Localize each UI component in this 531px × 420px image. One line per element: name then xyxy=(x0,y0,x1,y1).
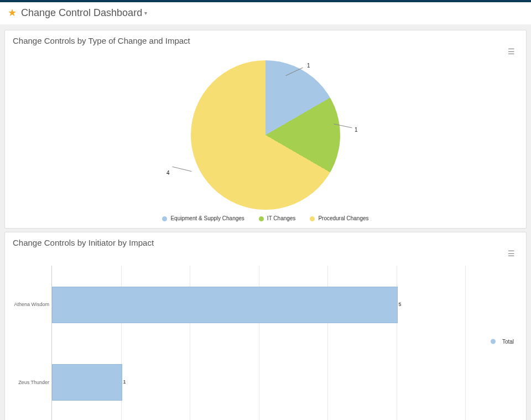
pie-leader-line xyxy=(334,123,352,128)
legend-dot-icon xyxy=(310,216,315,221)
pie-graphic[interactable]: 1 1 4 xyxy=(191,60,340,210)
dashboard-dropdown-caret-icon[interactable]: ▾ xyxy=(144,10,147,16)
panel-initiator: Change Controls by Initiator by Impact ☰… xyxy=(4,232,527,420)
dashboard-header: ★ Change Control Dashboard ▾ xyxy=(0,2,531,24)
pie-chart: 1 1 4 Equipment & Supply Changes IT Chan… xyxy=(5,56,526,228)
legend-item-equipment[interactable]: Equipment & Supply Changes xyxy=(162,215,244,221)
dashboard-body: Change Controls by Type of Change and Im… xyxy=(0,24,531,420)
dashboard-title: Change Control Dashboard xyxy=(21,7,142,19)
legend-dot-icon xyxy=(491,339,496,344)
legend-item-it[interactable]: IT Changes xyxy=(259,215,296,221)
pie-legend: Equipment & Supply Changes IT Changes Pr… xyxy=(5,212,526,228)
legend-dot-icon xyxy=(259,216,264,221)
bar-zeus-thunder[interactable] xyxy=(52,364,122,401)
favorite-star-icon[interactable]: ★ xyxy=(8,7,17,19)
panel2-menu-icon[interactable]: ☰ xyxy=(508,249,515,258)
legend-item-procedural[interactable]: Procedural Changes xyxy=(310,215,368,221)
panel2-header: Change Controls by Initiator by Impact ☰ xyxy=(5,232,526,258)
panel1-title: Change Controls by Type of Change and Im… xyxy=(13,36,190,45)
pie-slice-label-equipment: 1 xyxy=(307,63,310,69)
pie-leader-line xyxy=(172,167,191,172)
bar-value-label: 5 xyxy=(399,302,402,307)
bar-legend[interactable]: Total xyxy=(491,338,514,344)
bar-value-label: 1 xyxy=(123,379,126,385)
legend-label: Equipment & Supply Changes xyxy=(170,215,244,221)
legend-label: Total xyxy=(502,338,514,344)
panel1-menu-icon[interactable]: ☰ xyxy=(508,47,515,56)
bar-chart: Athena Wisdom Zeus Thunder 51 Total 0123… xyxy=(5,258,526,420)
pie-slice-label-it: 1 xyxy=(355,127,358,133)
pie-slice-label-procedural: 4 xyxy=(166,170,170,176)
legend-label: Procedural Changes xyxy=(318,215,368,221)
panel-type-of-change: Change Controls by Type of Change and Im… xyxy=(4,30,527,229)
bar-category-label: Zeus Thunder xyxy=(18,380,49,385)
bar-y-axis: Athena Wisdom Zeus Thunder xyxy=(12,266,51,420)
legend-label: IT Changes xyxy=(267,215,296,221)
bar-category-label: Athena Wisdom xyxy=(14,302,49,307)
panel1-header: Change Controls by Type of Change and Im… xyxy=(5,30,526,56)
panel2-title: Change Controls by Initiator by Impact xyxy=(13,238,154,247)
bar-athena-wisdom[interactable] xyxy=(52,287,398,323)
pie-leader-line xyxy=(285,68,303,76)
legend-dot-icon xyxy=(162,216,167,221)
gridline xyxy=(465,266,466,420)
bar-plot-area: 51 xyxy=(51,266,465,420)
